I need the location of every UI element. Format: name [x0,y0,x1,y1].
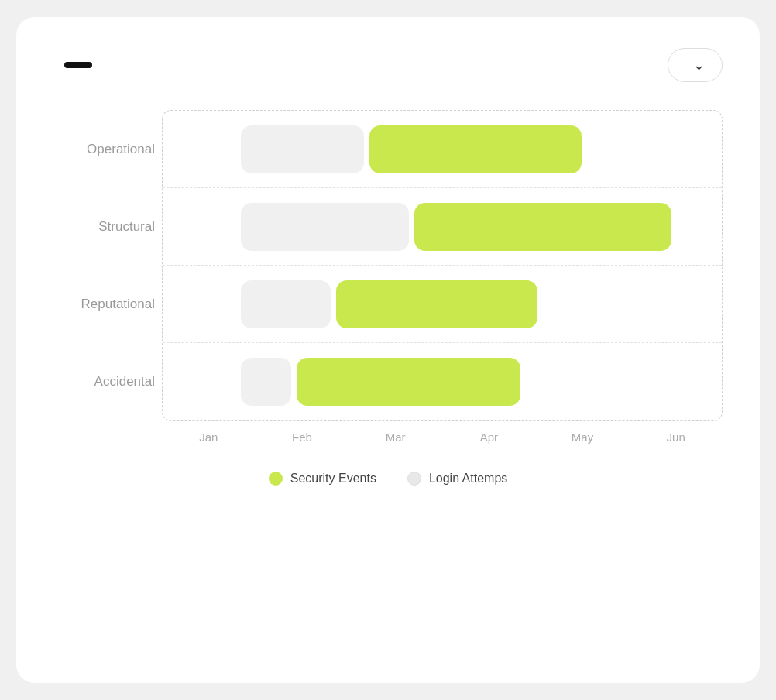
legend-label: Login Attemps [429,472,507,486]
chart-row: Structural [163,188,722,266]
x-axis-label: Jun [629,431,723,444]
gray-bar [241,358,291,406]
legend-item: Security Events [269,472,376,486]
header-row: ⌄ [53,48,723,82]
legend-dot-green [269,472,283,486]
new-badge [64,62,92,68]
green-bar [369,125,582,173]
time-selector-button[interactable]: ⌄ [668,48,723,82]
green-bar [336,280,537,328]
legend-label: Security Events [290,472,376,486]
x-axis-label: Jan [162,431,256,444]
x-axis-label: May [536,431,630,444]
gray-bar [241,280,331,328]
gray-bar [241,125,364,173]
chart-grid: OperationalStructuralReputationalAcciden… [162,110,723,421]
green-bar [414,203,671,251]
legend-dot-gray [407,472,421,486]
row-label: Structural [54,219,155,235]
dashboard-card: ⌄ OperationalStructuralReputationalAccid… [16,17,760,683]
x-axis-label: Apr [442,431,536,444]
x-axis: JanFebMarAprMayJun [162,431,723,444]
chart-row: Reputational [163,266,722,343]
chart-row: Operational [163,111,722,188]
chevron-down-icon: ⌄ [693,57,705,74]
green-bar [297,358,520,406]
title-group [53,62,92,68]
chart-row: Accidental [163,343,722,420]
x-axis-label: Feb [256,431,349,444]
legend: Security EventsLogin Attemps [53,472,723,486]
row-label: Operational [54,142,155,157]
x-axis-label: Mar [349,431,442,444]
legend-item: Login Attemps [407,472,507,486]
row-label: Reputational [54,297,155,312]
row-label: Accidental [54,374,155,389]
gray-bar [241,203,409,251]
chart-area: OperationalStructuralReputationalAcciden… [53,110,723,444]
